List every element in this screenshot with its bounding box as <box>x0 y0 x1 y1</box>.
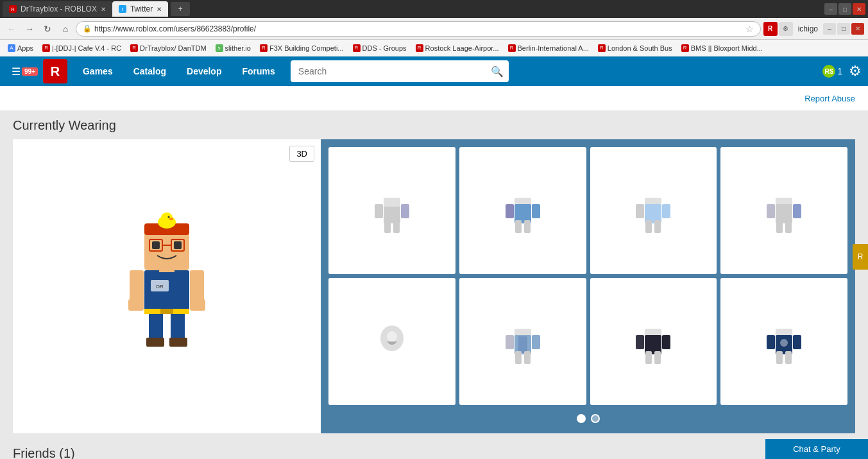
bookmark-bms[interactable]: R BMS || Bloxport Midd... <box>677 43 767 53</box>
currently-wearing-title: Currently Wearing <box>13 118 855 133</box>
bookmark-f3x[interactable]: R F3X Building Competi... <box>256 43 348 53</box>
tab-twitter[interactable]: t Twitter ✕ <box>112 1 168 17</box>
svg-rect-41 <box>645 220 652 233</box>
chrome-maximize[interactable]: □ <box>837 23 850 35</box>
svg-rect-48 <box>785 220 792 233</box>
bookmark-cafe[interactable]: R |-[DDJ-| Cafe V.4 - RC <box>38 43 125 53</box>
forward-button[interactable]: → <box>22 21 37 37</box>
rs-count: 1 <box>837 66 842 76</box>
bookmark-label-f3x: F3X Building Competi... <box>269 44 344 52</box>
lock-icon: 🔒 <box>83 24 92 33</box>
url-bar[interactable]: 🔒 https://www.roblox.com/users/86623883/… <box>76 21 761 37</box>
svg-rect-10 <box>190 270 204 302</box>
bookmark-london[interactable]: R London & South Bus <box>594 43 676 53</box>
bookmark-favicon-bms: R <box>681 44 689 52</box>
svg-rect-63 <box>645 351 652 364</box>
ext-icon-2[interactable]: ⚙ <box>779 22 793 36</box>
back-button[interactable]: ← <box>4 21 19 37</box>
bookmark-rostock[interactable]: R Rostock Laage-Airpor... <box>412 43 503 53</box>
tab-close-roblox[interactable]: ✕ <box>101 6 106 13</box>
search-button[interactable]: 🔍 <box>491 65 504 78</box>
search-bar-wrap: 🔍 <box>291 60 509 82</box>
tab-roblox[interactable]: R DrTrayblox - ROBLOX ✕ <box>3 1 112 17</box>
svg-rect-46 <box>793 204 801 218</box>
svg-rect-34 <box>532 204 540 218</box>
chrome-close[interactable]: ✕ <box>851 23 864 35</box>
nav-games[interactable]: Games <box>72 56 123 86</box>
tab-close-twitter[interactable]: ✕ <box>157 6 162 13</box>
svg-rect-47 <box>776 220 783 233</box>
svg-rect-30 <box>393 220 400 233</box>
nav-right: R$ 1 ⚙ <box>822 63 862 80</box>
bookmark-label-drtray: DrTrayblox/ DanTDM <box>140 44 207 52</box>
bookmark-star-icon[interactable]: ☆ <box>745 24 754 34</box>
roblox-logo[interactable]: R <box>43 59 67 83</box>
nav-links: Games Catalog Develop Forums <box>72 56 285 86</box>
report-abuse-link[interactable]: Report Abuse <box>804 94 855 103</box>
bookmark-berlin[interactable]: R Berlin-International A... <box>504 43 593 53</box>
close-button[interactable]: ✕ <box>853 3 865 15</box>
outfit-thumb-5[interactable] <box>328 278 455 405</box>
home-button[interactable]: ⌂ <box>58 21 73 37</box>
ext-icon-1[interactable]: R <box>763 22 778 36</box>
nav-develop[interactable]: Develop <box>176 56 232 86</box>
svg-rect-29 <box>384 220 391 233</box>
search-input[interactable] <box>291 60 509 82</box>
svg-rect-16 <box>174 241 182 249</box>
svg-rect-11 <box>128 299 144 311</box>
rs-display: R$ 1 <box>822 65 842 78</box>
svg-point-24 <box>168 216 170 218</box>
svg-rect-70 <box>776 351 783 364</box>
roblox-nav: ☰ 99+ R Games Catalog Develop Forums 🔍 R… <box>0 56 868 86</box>
bookmark-label-slither: slither.io <box>225 44 251 52</box>
bookmark-apps[interactable]: A Apps <box>4 43 37 53</box>
outfit-thumb-6[interactable] <box>459 278 586 405</box>
svg-rect-33 <box>506 204 514 218</box>
svg-point-22 <box>161 212 173 223</box>
main-content: Report Abuse Currently Wearing 3D <box>0 86 868 459</box>
new-tab-button[interactable]: + <box>171 2 190 16</box>
outfit-thumb-3[interactable] <box>590 147 717 274</box>
friends-title: Friends (1) <box>13 446 75 460</box>
svg-rect-27 <box>375 204 383 218</box>
refresh-button[interactable]: ↻ <box>40 21 55 37</box>
roblox-logo-text: R <box>51 64 60 79</box>
menu-button[interactable]: ☰ 99+ <box>6 65 43 78</box>
svg-rect-67 <box>767 335 775 349</box>
rs-icon: R$ <box>822 65 835 78</box>
settings-icon[interactable]: ⚙ <box>849 63 862 80</box>
outfit-thumb-1[interactable] <box>328 147 455 274</box>
outfit-thumb-8[interactable] <box>720 278 847 405</box>
nav-catalog[interactable]: Catalog <box>123 56 176 86</box>
maximize-button[interactable]: □ <box>838 3 851 15</box>
avatar-view: 3D DR <box>13 139 321 433</box>
bookmark-slither[interactable]: s slither.io <box>212 43 255 53</box>
bookmark-drtray[interactable]: R DrTrayblox/ DanTDM <box>126 43 210 53</box>
extension-icons: R ⚙ <box>763 22 793 36</box>
bookmarks-bar: A Apps R |-[DDJ-| Cafe V.4 - RC R DrTray… <box>0 40 868 56</box>
svg-rect-68 <box>793 335 801 349</box>
side-extension-icon[interactable]: R <box>853 244 868 270</box>
chrome-minimize[interactable]: – <box>823 23 836 35</box>
outfit-thumb-7[interactable] <box>590 278 717 405</box>
svg-rect-71 <box>785 351 792 364</box>
svg-rect-8 <box>160 309 173 314</box>
outfit-thumb-2[interactable] <box>459 147 586 274</box>
svg-rect-45 <box>767 204 775 218</box>
bookmark-label-bms: BMS || Bloxport Midd... <box>691 44 763 52</box>
dot-2[interactable] <box>591 414 600 423</box>
more-controls: – □ ✕ <box>823 23 864 35</box>
svg-rect-54 <box>518 336 527 353</box>
bookmark-label-dds: DDS - Groups <box>362 44 407 52</box>
dot-1[interactable] <box>577 414 586 423</box>
bookmark-label-rostock: Rostock Laage-Airpor... <box>425 44 499 52</box>
chat-bar-button[interactable]: Chat & Party <box>765 439 868 459</box>
bookmark-label-berlin: Berlin-International A... <box>518 44 589 52</box>
outfit-dots <box>328 411 847 426</box>
bookmark-dds[interactable]: R DDS - Groups <box>349 43 411 53</box>
3d-button[interactable]: 3D <box>289 146 314 162</box>
minimize-button[interactable]: – <box>824 3 837 15</box>
svg-rect-55 <box>506 335 514 349</box>
outfit-thumb-4[interactable] <box>720 147 847 274</box>
nav-forums[interactable]: Forums <box>232 56 285 86</box>
